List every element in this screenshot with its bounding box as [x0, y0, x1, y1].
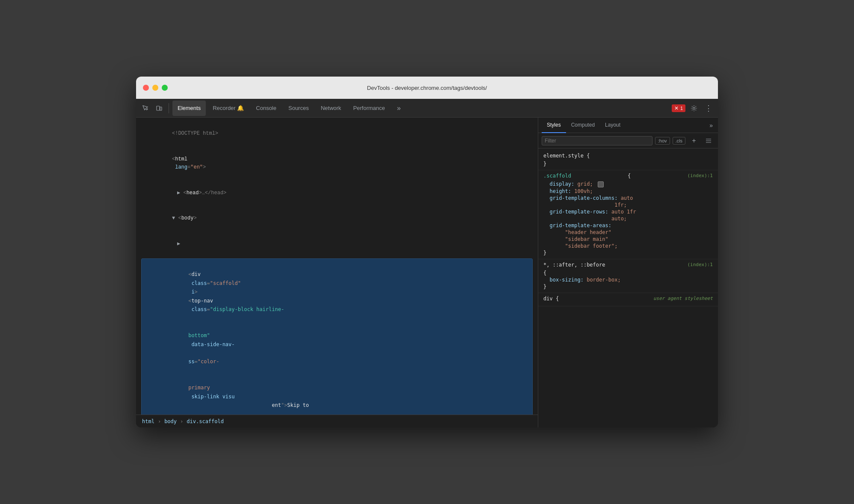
- rule-selector-scaffold: .scaffold { (index):1: [543, 173, 713, 179]
- styles-tabs: Styles Computed Layout »: [538, 118, 718, 133]
- dom-tree[interactable]: <!DOCTYPE html> <html lang="en"> ▶ <head…: [136, 118, 538, 415]
- code-line-1: <div class="scaffold" i> <top-nav class=…: [145, 261, 529, 323]
- devtools-toolbar: Elements Recorder 🔔 Console Sources Netw…: [136, 99, 718, 118]
- rule-origin-universal[interactable]: (index):1: [687, 262, 713, 267]
- rule-universal: *, ::after, ::before (index):1 { box-siz…: [538, 259, 718, 293]
- add-style-rule-button[interactable]: +: [688, 135, 700, 147]
- tab-layout[interactable]: Layout: [600, 118, 626, 133]
- rule-area-sidebar-main: "sidebar main": [543, 236, 713, 243]
- styles-more-tabs[interactable]: »: [708, 120, 715, 130]
- title-bar: DevTools - developer.chrome.com/tags/dev…: [136, 77, 718, 99]
- code-line-2: bottom" data-side-nav- ss="color-: [145, 323, 529, 375]
- toolbar-divider: [169, 103, 169, 113]
- close-button[interactable]: [143, 85, 149, 91]
- minimize-button[interactable]: [152, 85, 158, 91]
- breadcrumb-div-scaffold[interactable]: div.scaffold: [184, 418, 226, 425]
- rule-box-sizing: box-sizing: border-box;: [543, 276, 713, 283]
- breadcrumb-html[interactable]: html: [139, 418, 157, 425]
- tab-console[interactable]: Console: [251, 101, 282, 116]
- tab-styles[interactable]: Styles: [542, 118, 566, 133]
- rule-grid-template-areas: grid-template-areas:: [543, 222, 713, 229]
- tab-performance[interactable]: Performance: [348, 101, 390, 116]
- breadcrumb-body[interactable]: body: [162, 418, 179, 425]
- traffic-lights: [143, 85, 168, 91]
- rule-selector-div: div { user agent stylesheet: [543, 296, 713, 302]
- toggle-element-state-button[interactable]: [703, 135, 715, 147]
- rule-height: height: 100vh;: [543, 188, 713, 195]
- error-icon: ✕: [674, 105, 679, 111]
- hov-button[interactable]: :hov: [655, 137, 670, 145]
- svg-rect-1: [160, 107, 162, 110]
- breadcrumb-bar: html › body › div.scaffold: [136, 415, 538, 427]
- dom-line-doctype: <!DOCTYPE html>: [138, 121, 536, 147]
- styles-content: element.style { } .scaffold { (index):1 …: [538, 148, 718, 427]
- rule-scaffold-close: }: [543, 249, 713, 256]
- dom-line-expand: ▶: [138, 231, 536, 257]
- rule-element-style: element.style { }: [538, 150, 718, 170]
- rule-origin-div: user agent stylesheet: [653, 296, 713, 301]
- elements-panel: <!DOCTYPE html> <html lang="en"> ▶ <head…: [136, 118, 538, 427]
- dom-line-head: ▶ <head>…</head>: [138, 180, 536, 206]
- cls-button[interactable]: .cls: [673, 137, 686, 145]
- maximize-button[interactable]: [162, 85, 168, 91]
- svg-point-2: [693, 107, 695, 109]
- rule-universal-close: }: [543, 283, 713, 290]
- code-line-3: primary skip-link visu ent">Skip to: [145, 375, 529, 415]
- rule-selector-universal: *, ::after, ::before (index):1: [543, 262, 713, 268]
- more-options-button[interactable]: ⋮: [703, 102, 715, 114]
- filter-input[interactable]: [542, 136, 652, 145]
- rule-grid-template-rows: grid-template-rows: auto 1fr: [543, 208, 713, 215]
- rule-closing-brace: }: [543, 160, 713, 167]
- rule-selector-element-style: element.style {: [543, 153, 713, 159]
- inspect-element-button[interactable]: [139, 102, 151, 114]
- toolbar-right: ✕ 1 ⋮: [672, 102, 715, 114]
- selected-dom-block: <div class="scaffold" i> <top-nav class=…: [138, 258, 536, 415]
- devtools-window: DevTools - developer.chrome.com/tags/dev…: [136, 77, 718, 427]
- window-title: DevTools - developer.chrome.com/tags/dev…: [367, 85, 487, 91]
- rule-grid-template-columns: grid-template-columns: auto: [543, 195, 713, 202]
- rule-open-brace: {: [543, 270, 713, 276]
- main-content: <!DOCTYPE html> <html lang="en"> ▶ <head…: [136, 118, 718, 427]
- rule-scaffold: .scaffold { (index):1 display: grid; hei…: [538, 170, 718, 259]
- tab-sources[interactable]: Sources: [283, 101, 314, 116]
- styles-panel: Styles Computed Layout » :hov .cls +: [538, 118, 718, 427]
- rule-grid-template-columns-val: 1fr;: [543, 202, 713, 208]
- svg-rect-0: [157, 106, 160, 110]
- rule-display: display: grid;: [543, 181, 713, 188]
- tab-more[interactable]: »: [392, 101, 406, 116]
- tab-elements[interactable]: Elements: [172, 101, 206, 116]
- rule-area-header: "header header": [543, 229, 713, 236]
- settings-button[interactable]: [688, 102, 700, 114]
- rule-area-sidebar-footer: "sidebar footer";: [543, 243, 713, 249]
- tab-recorder[interactable]: Recorder 🔔: [208, 101, 249, 116]
- grid-icon[interactable]: [598, 181, 604, 187]
- filter-bar: :hov .cls +: [538, 133, 718, 148]
- dom-line-html: <html lang="en">: [138, 147, 536, 181]
- rule-div-agent: div { user agent stylesheet: [538, 293, 718, 306]
- device-toggle-button[interactable]: [153, 102, 165, 114]
- error-count: 1: [680, 106, 683, 111]
- dom-line-body: ▼ <body>: [138, 206, 536, 231]
- rule-origin-scaffold[interactable]: (index):1: [687, 173, 713, 178]
- error-badge[interactable]: ✕ 1: [672, 104, 685, 112]
- rule-grid-template-rows-val: auto;: [543, 215, 713, 222]
- tab-computed[interactable]: Computed: [566, 118, 600, 133]
- tab-network[interactable]: Network: [316, 101, 347, 116]
